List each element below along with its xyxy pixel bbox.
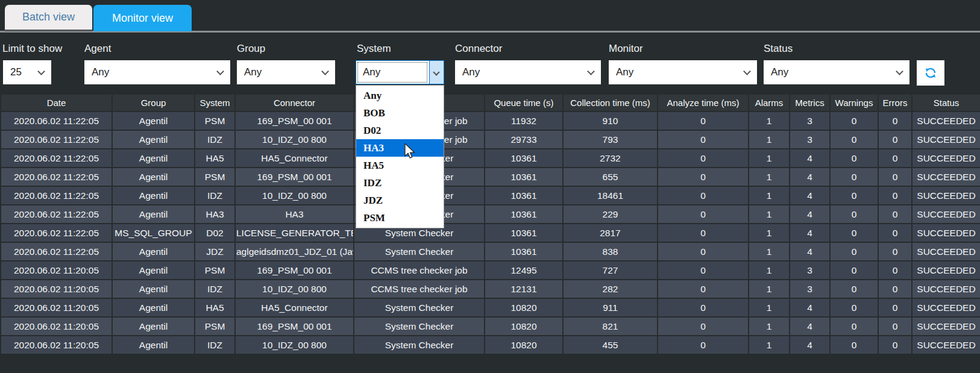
table-cell: 0 (658, 317, 749, 336)
system-option[interactable]: HA5 (356, 157, 444, 174)
table-row[interactable]: 2020.06.02 11:20:05AgentilHA5HA5_Connect… (1, 298, 980, 317)
connector-select-value: Any (462, 66, 480, 78)
system-option[interactable]: D02 (356, 122, 444, 139)
table-cell: 1 (749, 261, 790, 280)
limit-select[interactable]: 25 (3, 60, 51, 84)
table-cell: Agentil (112, 317, 195, 336)
table-row[interactable]: 2020.06.02 11:22:05AgentilIDZ10_IDZ_00 8… (1, 130, 980, 149)
table-cell: 10361 (485, 149, 563, 168)
column-header: Queue time (s) (485, 94, 563, 111)
table-cell: 0 (878, 224, 912, 242)
table-cell: 0 (878, 298, 912, 317)
table-cell: 0 (830, 317, 878, 336)
table-row[interactable]: 2020.06.02 11:20:05AgentilPSM169_PSM_00 … (1, 317, 980, 336)
table-cell: 1 (749, 242, 790, 261)
table-cell: 1 (749, 336, 790, 354)
system-option[interactable]: Any (356, 87, 444, 104)
table-row[interactable]: 2020.06.02 11:22:05AgentilHA3HA3System C… (1, 205, 980, 224)
table-cell: Agentil (112, 205, 195, 224)
table-cell: 0 (878, 130, 912, 149)
table-cell: 0 (658, 261, 749, 280)
table-cell: 0 (658, 336, 749, 354)
table-cell: 0 (830, 111, 878, 130)
table-cell: Agentil (112, 280, 195, 298)
table-cell: SUCCEEDED (912, 261, 980, 280)
tab-batch-view[interactable]: Batch view (5, 5, 92, 31)
table-row[interactable]: 2020.06.02 11:22:05AgentilPSM169_PSM_00 … (1, 168, 980, 186)
table-cell: SUCCEEDED (912, 111, 980, 130)
system-select[interactable]: Any (356, 60, 444, 84)
table-cell: D02 (195, 224, 235, 242)
table-cell: 3 (790, 130, 830, 149)
table-cell: HA5 (195, 298, 235, 317)
table-cell: 4 (790, 317, 830, 336)
table-row[interactable]: 2020.06.02 11:22:05AgentilHA5HA5_Connect… (1, 149, 980, 168)
table-cell: SUCCEEDED (912, 298, 980, 317)
column-header: Errors (878, 94, 912, 111)
system-option[interactable]: IDZ (356, 174, 444, 192)
table-row[interactable]: 2020.06.02 11:20:05AgentilPSM169_PSM_00 … (1, 261, 980, 280)
monitor-select[interactable]: Any (609, 60, 757, 84)
table-cell: 0 (878, 186, 912, 205)
table-cell: 0 (830, 130, 878, 149)
table-row[interactable]: 2020.06.02 11:20:05AgentilIDZ10_IDZ_00 8… (1, 336, 980, 354)
table-cell: 4 (790, 298, 830, 317)
column-header: Collection time (ms) (563, 94, 658, 111)
table-cell: PSM (195, 168, 235, 186)
table-cell: 0 (658, 130, 749, 149)
table-cell: 10361 (485, 224, 563, 242)
table-cell: 10820 (485, 317, 563, 336)
chevron-down-icon (743, 67, 751, 75)
column-header: Warnings (830, 94, 878, 111)
table-cell: MS_SQL_GROUP (112, 224, 195, 242)
refresh-button[interactable] (917, 60, 944, 86)
table-cell: HA3 (235, 205, 354, 224)
table-cell: 0 (658, 224, 749, 242)
table-cell: IDZ (195, 336, 235, 354)
table-row[interactable]: 2020.06.02 11:22:05AgentilIDZ10_IDZ_00 8… (1, 186, 980, 205)
table-row[interactable]: 2020.06.02 11:22:05AgentilPSM169_PSM_00 … (1, 111, 980, 130)
agent-select[interactable]: Any (84, 60, 230, 84)
column-header: Connector (235, 94, 354, 111)
table-cell: 0 (658, 111, 749, 130)
table-cell: 821 (563, 317, 658, 336)
system-option[interactable]: HA3 (356, 139, 444, 157)
system-select-arrow-area[interactable] (429, 61, 444, 84)
table-cell: 655 (563, 168, 658, 186)
table-cell: 0 (658, 298, 749, 317)
table-cell: 12495 (485, 261, 563, 280)
system-select-value: Any (363, 66, 380, 78)
table-cell: PSM (195, 317, 235, 336)
table-cell: 10_IDZ_00 800 (235, 280, 354, 298)
table-cell: 3 (790, 261, 830, 280)
table-cell: 10361 (485, 186, 563, 205)
refresh-icon (923, 66, 938, 80)
column-header: Date (1, 94, 112, 111)
system-option[interactable]: JDZ (356, 192, 444, 209)
table-cell: 1 (749, 205, 790, 224)
table-cell: 911 (563, 298, 658, 317)
group-select[interactable]: Any (237, 60, 335, 84)
monitor-select-value: Any (616, 66, 633, 78)
table-row[interactable]: 2020.06.02 11:22:05MS_SQL_GROUPD02LICENS… (1, 224, 980, 242)
tab-monitor-view[interactable]: Monitor view (93, 5, 192, 31)
table-cell: SUCCEEDED (912, 336, 980, 354)
table-cell: 169_PSM_00 001 (235, 168, 354, 186)
table-row[interactable]: 2020.06.02 11:22:05AgentilJDZaglgeidsdmz… (1, 242, 980, 261)
table-cell: 793 (563, 130, 658, 149)
system-option[interactable]: BOB (356, 104, 444, 122)
table-cell: 0 (658, 205, 749, 224)
table-cell: System Checker (354, 242, 485, 261)
table-cell: 0 (878, 336, 912, 354)
status-select-value: Any (771, 66, 788, 78)
table-cell: 2020.06.02 11:22:05 (1, 130, 112, 149)
status-select[interactable]: Any (764, 60, 909, 84)
table-cell: 0 (878, 261, 912, 280)
table-row[interactable]: 2020.06.02 11:20:05AgentilIDZ10_IDZ_00 8… (1, 280, 980, 298)
table-cell: 4 (790, 336, 830, 354)
chevron-down-icon (433, 69, 439, 75)
system-option[interactable]: PSM (356, 209, 444, 227)
table-cell: IDZ (195, 280, 235, 298)
table-cell: 0 (878, 280, 912, 298)
connector-select[interactable]: Any (455, 60, 601, 84)
